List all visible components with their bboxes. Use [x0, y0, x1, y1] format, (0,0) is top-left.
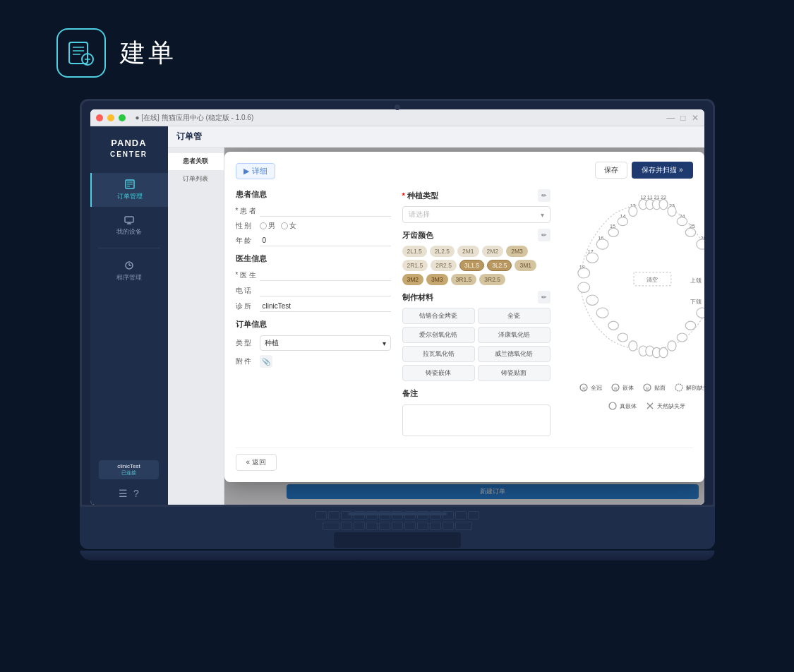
- key: [417, 511, 428, 520]
- maximize-btn[interactable]: □: [680, 113, 685, 123]
- svg-point-43: [596, 239, 608, 249]
- type-label: 类 型: [236, 338, 257, 348]
- svg-text:冠: 冠: [582, 386, 585, 390]
- female-radio[interactable]: [281, 222, 288, 229]
- create-order-modal: 保存 保存并扫描 » ▶ 详细: [224, 152, 704, 482]
- save-scan-button[interactable]: 保存并扫描 »: [632, 162, 692, 179]
- material-wieland[interactable]: 威兰德氧化锆: [478, 346, 551, 362]
- material-lava[interactable]: 拉瓦氧化锆: [402, 346, 475, 362]
- svg-text:清空: 清空: [646, 276, 658, 283]
- phone-label: 电 话: [236, 286, 257, 296]
- material-zekang[interactable]: 泽康氧化锆: [478, 327, 551, 343]
- svg-point-40: [677, 217, 687, 226]
- app-titlebar: ● [在线] 熊猫应用中心 (稳定版 - 1.0.6) — □ ✕: [90, 109, 704, 126]
- close-btn[interactable]: ✕: [692, 113, 699, 123]
- color-chip-2m3[interactable]: 2M3: [506, 246, 528, 257]
- clinic-input[interactable]: [260, 301, 391, 312]
- save-button[interactable]: 保存: [595, 162, 627, 179]
- left-panel-orders[interactable]: 订单列表: [168, 171, 224, 188]
- doctor-row: * 医 生: [236, 270, 391, 281]
- upper-arch: 12 11 21 22 13 23 14: [577, 194, 704, 278]
- material-aichuang[interactable]: 爱尔创氧化锆: [402, 327, 475, 343]
- type-select[interactable]: 种植 ▾: [260, 335, 391, 351]
- gender-row: 性 别 男: [236, 221, 391, 231]
- main-area: 订单管 患者关联 订单列表: [168, 126, 704, 505]
- svg-point-75: [608, 321, 618, 330]
- order-section-title: 订单信息: [236, 319, 391, 330]
- gender-male-option[interactable]: 男: [260, 221, 275, 231]
- material-allceramic[interactable]: 全瓷: [478, 308, 551, 324]
- maximize-dot[interactable]: [119, 114, 126, 121]
- trackpad[interactable]: [334, 532, 461, 548]
- color-chip-3r25[interactable]: 3R2.5: [479, 274, 505, 285]
- legend-inlay: 嵌 嵌体: [610, 383, 634, 392]
- sidebar-label-devices: 我的设备: [116, 227, 142, 236]
- back-button[interactable]: « 返回: [236, 454, 277, 471]
- close-dot[interactable]: [96, 114, 103, 121]
- color-edit-icon[interactable]: ✏: [538, 229, 551, 241]
- help-icon[interactable]: ?: [133, 488, 139, 499]
- patient-name-row: * 患 者: [236, 205, 391, 217]
- color-chip-2l25[interactable]: 2L2.5: [430, 246, 455, 257]
- material-section-title: 制作材料: [402, 292, 433, 303]
- attachment-icon[interactable]: 📎: [260, 355, 272, 368]
- titlebar-controls: — □ ✕: [666, 113, 698, 123]
- implant-dropdown[interactable]: 请选择 ▾: [402, 206, 551, 223]
- legend-veneer: 贴 贴面: [642, 383, 666, 392]
- implant-edit-icon[interactable]: ✏: [538, 189, 551, 202]
- phone-input[interactable]: [260, 285, 391, 296]
- sidebar-bottom: clinicTest 已连接 ☰ ?: [90, 455, 168, 505]
- legend-natural-missing: 天然缺失牙: [645, 401, 685, 411]
- male-radio[interactable]: [260, 222, 267, 229]
- gender-female-option[interactable]: 女: [281, 221, 296, 231]
- menu-icon[interactable]: ☰: [119, 488, 128, 499]
- color-chip-3m3[interactable]: 3M3: [426, 274, 448, 285]
- color-chip-2m2[interactable]: 2M2: [482, 246, 504, 257]
- legend-missing-anat: 解剖缺失牙: [674, 383, 704, 392]
- color-chip-2l15[interactable]: 2L1.5: [402, 246, 427, 257]
- material-edit-icon[interactable]: ✏: [538, 291, 551, 304]
- age-input[interactable]: [260, 235, 391, 246]
- legend-true-inlay: 真嵌体: [608, 401, 637, 411]
- color-chip-2m1[interactable]: 2M1: [457, 246, 479, 257]
- left-panel-patients[interactable]: 患者关联: [168, 153, 224, 170]
- notes-textarea[interactable]: [402, 404, 551, 436]
- svg-point-38: [668, 206, 676, 216]
- svg-point-80: [668, 341, 676, 351]
- color-chip-3l15[interactable]: 3L1.5: [459, 260, 484, 271]
- material-cast-inlay[interactable]: 铸瓷嵌体: [402, 365, 475, 381]
- left-panel: 患者关联 订单列表: [168, 148, 224, 505]
- sidebar-item-programs[interactable]: 程序管理: [90, 254, 168, 288]
- material-cobalt[interactable]: 钴铬合金烤瓷: [402, 308, 475, 324]
- app-sidebar: PANDA CENTER 订单管理 我的设备: [90, 126, 168, 505]
- key: [315, 511, 327, 520]
- svg-point-91: [675, 384, 682, 391]
- minimize-dot[interactable]: [107, 114, 114, 121]
- sidebar-item-orders[interactable]: 订单管理: [90, 173, 168, 207]
- patient-input[interactable]: [260, 205, 391, 217]
- key: [323, 522, 339, 530]
- material-cast-veneer[interactable]: 铸瓷贴面: [478, 365, 551, 381]
- doctor-input[interactable]: [260, 270, 391, 281]
- color-chip-3l25[interactable]: 3L2.5: [487, 260, 512, 271]
- clinic-badge: clinicTest 已连接: [99, 460, 159, 479]
- color-chip-3m1[interactable]: 3M1: [515, 260, 536, 271]
- detail-tag[interactable]: ▶ 详细: [236, 163, 275, 179]
- color-chip-3m2[interactable]: 3M2: [402, 274, 424, 285]
- tooth-diagram-container: 12 11 21 22 13 23 14: [562, 189, 704, 378]
- app-content: PANDA CENTER 订单管理 我的设备: [90, 126, 704, 505]
- sidebar-item-devices[interactable]: 我的设备: [90, 208, 168, 242]
- minimize-btn[interactable]: —: [666, 113, 675, 123]
- key: [455, 511, 467, 520]
- color-chip-2r25[interactable]: 2R2.5: [431, 260, 457, 271]
- clinic-row: 诊 所: [236, 301, 391, 312]
- key: [341, 522, 352, 530]
- modal-middle-column: * 种植类型 ✏ 请选择 ▾: [402, 189, 551, 439]
- app-logo-icon: [56, 28, 106, 78]
- svg-point-73: [596, 308, 608, 318]
- color-chips-container: 2L1.5 2L2.5 2M1 2M2 2M3 2R1.5 2R2.5: [402, 246, 551, 285]
- color-chip-2r15[interactable]: 2R1.5: [402, 260, 428, 271]
- svg-point-92: [609, 402, 616, 409]
- color-chip-3r15[interactable]: 3R1.5: [451, 274, 477, 285]
- svg-point-36: [659, 199, 668, 209]
